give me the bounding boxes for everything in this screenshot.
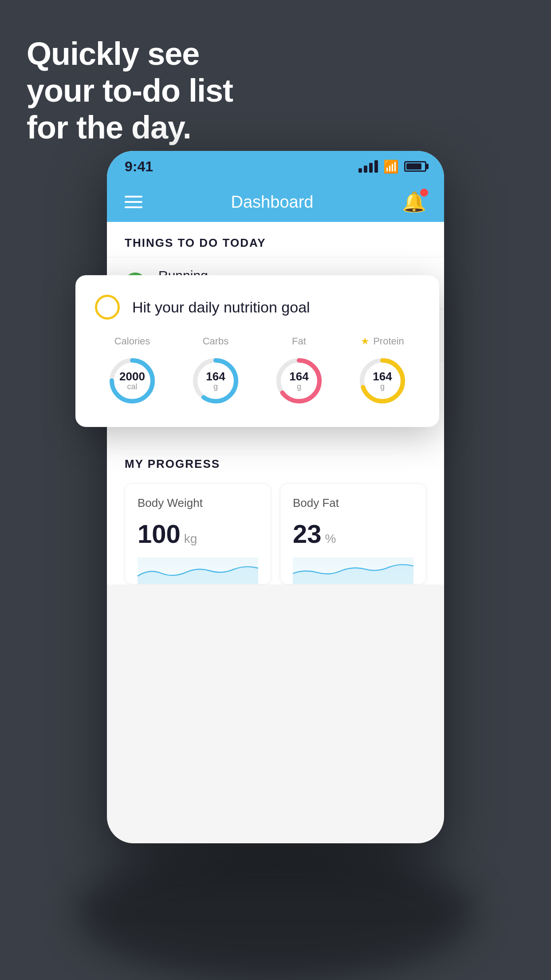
body-fat-unit: %	[325, 532, 336, 546]
notification-dot	[420, 189, 428, 197]
nutrition-protein: ★ Protein 164 g	[345, 336, 420, 407]
body-fat-number: 23	[293, 519, 322, 549]
fat-label: Fat	[262, 336, 336, 347]
body-weight-label: Body Weight	[138, 496, 258, 510]
hero-line1: Quickly see	[27, 36, 233, 72]
status-bar: 9:41 📶	[107, 151, 444, 182]
body-weight-number: 100	[138, 519, 181, 549]
nutrition-fat: Fat 164 g	[262, 336, 336, 407]
nutrition-card-title: Hit your daily nutrition goal	[132, 299, 310, 316]
carbs-donut: 164 g	[189, 354, 242, 407]
nav-title: Dashboard	[231, 193, 314, 212]
signal-icon	[358, 160, 378, 173]
carbs-value: 164 g	[206, 371, 225, 391]
body-weight-unit: kg	[184, 532, 197, 546]
protein-donut: 164 g	[356, 354, 409, 407]
hero-line3: for the day.	[27, 109, 233, 146]
nutrition-card-header: Hit your daily nutrition goal	[95, 295, 420, 320]
nutrition-calories: Calories 2000 cal	[95, 336, 169, 407]
notification-bell-icon[interactable]: 🔔	[402, 190, 426, 213]
body-weight-value: 100 kg	[138, 519, 258, 549]
wifi-icon: 📶	[383, 159, 399, 174]
phone-container: 9:41 📶 Dashboard	[76, 151, 475, 941]
nutrition-circle-icon	[95, 295, 120, 320]
body-fat-label: Body Fat	[293, 496, 413, 510]
calories-donut: 2000 cal	[106, 354, 159, 407]
nutrition-carbs: Carbs 164 g	[178, 336, 253, 407]
progress-cards: Body Weight 100 kg	[125, 483, 426, 585]
body-fat-value: 23 %	[293, 519, 413, 549]
battery-icon	[404, 161, 426, 172]
nav-bar: Dashboard 🔔	[107, 182, 444, 222]
progress-section: MY PROGRESS Body Weight 100 kg	[107, 439, 444, 585]
carbs-label: Carbs	[178, 336, 253, 347]
progress-heading: MY PROGRESS	[125, 457, 426, 471]
hamburger-menu[interactable]	[125, 196, 142, 208]
protein-value: 164 g	[373, 371, 392, 391]
fat-value: 164 g	[289, 371, 308, 391]
body-fat-card[interactable]: Body Fat 23 %	[280, 483, 426, 585]
body-weight-card[interactable]: Body Weight 100 kg	[125, 483, 271, 585]
phone-frame: 9:41 📶 Dashboard	[107, 151, 444, 843]
protein-label: ★ Protein	[345, 336, 420, 347]
status-icons: 📶	[358, 159, 426, 174]
things-to-do-header: THINGS TO DO TODAY	[107, 222, 444, 257]
status-time: 9:41	[125, 158, 153, 175]
floating-nutrition-card: Hit your daily nutrition goal Calories 2…	[75, 275, 439, 427]
nutrition-row: Calories 2000 cal Carbs	[95, 336, 420, 407]
fat-donut: 164 g	[272, 354, 326, 407]
star-icon: ★	[361, 336, 370, 347]
hero-text: Quickly see your to-do list for the day.	[27, 36, 233, 146]
hero-line2: your to-do list	[27, 72, 233, 109]
calories-label: Calories	[95, 336, 169, 347]
body-weight-chart	[138, 557, 258, 584]
body-fat-chart	[293, 557, 413, 584]
calories-value: 2000 cal	[119, 371, 145, 391]
